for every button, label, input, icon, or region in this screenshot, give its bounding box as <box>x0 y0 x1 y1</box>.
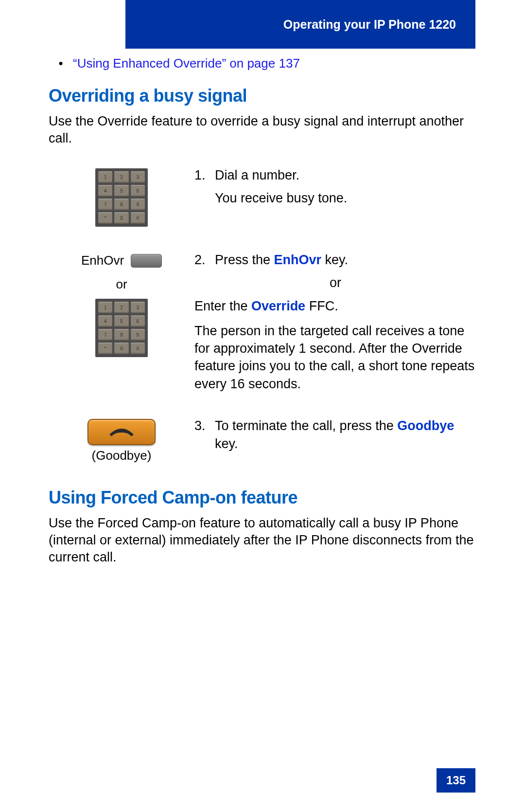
keypad-key: 9 <box>131 198 145 210</box>
step-description: The person in the targeted call receives… <box>194 322 476 393</box>
step-number: 3. <box>194 417 215 452</box>
softkey-row: EnhOvr <box>81 253 162 268</box>
step-2-icon-col: EnhOvr or 1 2 3 4 5 6 7 8 9 * 0 # <box>49 251 194 393</box>
handset-icon <box>107 426 136 438</box>
keypad-key: 0 <box>114 343 128 354</box>
step-1-row: 1 2 3 4 5 6 7 8 9 * 0 # 1. Dial a number… <box>49 166 476 227</box>
section-intro: Use the Forced Camp-on feature to automa… <box>49 515 476 566</box>
step-2-row: EnhOvr or 1 2 3 4 5 6 7 8 9 * 0 # 2. <box>49 251 476 393</box>
bullet-dot: • <box>49 56 73 71</box>
keypad-key: # <box>131 343 145 354</box>
keypad-icon: 1 2 3 4 5 6 7 8 9 * 0 # <box>95 299 148 357</box>
step-line: You receive busy tone. <box>215 189 476 207</box>
page-content: • “Using Enhanced Override” on page 137 … <box>49 56 476 586</box>
goodbye-button-icon <box>88 419 156 445</box>
step-line: Press the EnhOvr key. <box>215 251 476 269</box>
or-text: or <box>194 274 476 291</box>
text-fragment: Press the <box>215 253 274 267</box>
text-fragment: key. <box>321 253 348 267</box>
keypad-key: * <box>98 343 112 354</box>
keypad-key: # <box>131 212 145 224</box>
keypad-icon: 1 2 3 4 5 6 7 8 9 * 0 # <box>95 168 148 227</box>
header-title: Operating your IP Phone 1220 <box>283 18 456 32</box>
keypad-key: 8 <box>114 329 128 341</box>
cross-ref-link[interactable]: “Using Enhanced Override” on page 137 <box>73 56 300 71</box>
keypad-key: 5 <box>114 185 128 197</box>
keypad-key: 1 <box>98 171 112 183</box>
keypad-key: 4 <box>98 315 112 327</box>
keypad-key: 1 <box>98 302 112 313</box>
step-3-text: 3. To terminate the call, press the Good… <box>194 417 476 463</box>
text-fragment: Enter the <box>194 299 251 313</box>
keypad-key: 6 <box>131 185 145 197</box>
bullet-list-item: • “Using Enhanced Override” on page 137 <box>49 56 476 71</box>
softkey-label: EnhOvr <box>81 253 124 268</box>
step-number: 1. <box>194 166 215 184</box>
keypad-key: 5 <box>114 315 128 327</box>
or-label: or <box>116 277 127 292</box>
keypad-key: 8 <box>114 198 128 210</box>
keypad-key: 3 <box>131 302 145 313</box>
keypad-key: * <box>98 212 112 224</box>
step-3-icon-col: (Goodbye) <box>49 417 194 463</box>
text-fragment: key. <box>215 436 238 451</box>
key-name: EnhOvr <box>274 253 322 267</box>
keypad-key: 0 <box>114 212 128 224</box>
key-name: Goodbye <box>397 418 454 433</box>
keypad-key: 2 <box>114 171 128 183</box>
key-name: Override <box>251 299 305 313</box>
keypad-key: 3 <box>131 171 145 183</box>
keypad-key: 7 <box>98 198 112 210</box>
step-1-text: 1. Dial a number. You receive busy tone. <box>194 166 476 227</box>
section-heading-campon: Using Forced Camp-on feature <box>49 487 476 508</box>
keypad-key: 2 <box>114 302 128 313</box>
keypad-key: 6 <box>131 315 145 327</box>
goodbye-label: (Goodbye) <box>92 448 152 463</box>
text-fragment: To terminate the call, press the <box>215 418 397 433</box>
step-1-icon-col: 1 2 3 4 5 6 7 8 9 * 0 # <box>49 166 194 227</box>
section-heading-overriding: Overriding a busy signal <box>49 86 476 106</box>
step-line: Dial a number. <box>215 166 476 184</box>
keypad-key: 9 <box>131 329 145 341</box>
step-line: Enter the Override FFC. <box>194 297 476 315</box>
header-bar: Operating your IP Phone 1220 <box>125 0 475 49</box>
step-2-text: 2. Press the EnhOvr key. or Enter the Ov… <box>194 251 476 393</box>
section-intro: Use the Override feature to override a b… <box>49 113 476 147</box>
step-number: 2. <box>194 251 215 269</box>
keypad-key: 4 <box>98 185 112 197</box>
keypad-key: 7 <box>98 329 112 341</box>
step-line: To terminate the call, press the Goodbye… <box>215 417 476 452</box>
text-fragment: FFC. <box>305 299 338 313</box>
step-3-row: (Goodbye) 3. To terminate the call, pres… <box>49 417 476 463</box>
softkey-button-icon <box>131 254 162 268</box>
page-number: 135 <box>437 768 475 793</box>
